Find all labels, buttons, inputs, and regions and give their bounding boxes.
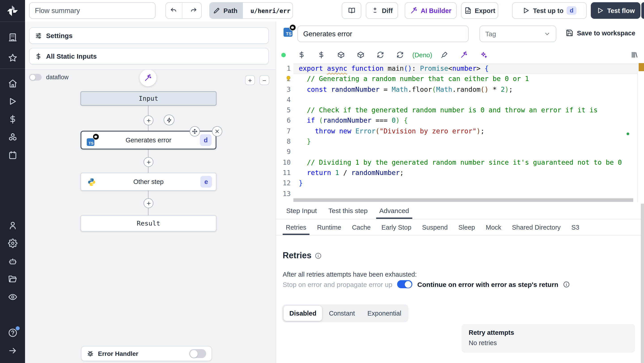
ai-flow-wand-button[interactable] — [140, 69, 156, 86]
info-icon[interactable] — [563, 281, 570, 288]
retry-attempts-card: Retry attempts No retries — [462, 324, 635, 353]
sidebar-item-schedules[interactable] — [0, 146, 25, 164]
sidebar-collapse-button[interactable] — [0, 341, 25, 359]
advanced-subtab[interactable]: Early Stop — [376, 219, 417, 235]
ai-builder-button[interactable]: AI Builder — [405, 2, 456, 19]
windmill-logo-icon[interactable] — [0, 0, 25, 22]
redo-button[interactable] — [185, 3, 201, 18]
vertical-scrollbar[interactable] — [641, 204, 644, 363]
all-static-inputs-button[interactable]: All Static Inputs — [29, 48, 269, 65]
dataflow-label: dataflow — [46, 74, 69, 81]
code-editor[interactable]: 12345678910111213 export async function … — [276, 63, 644, 202]
retry-mode-button[interactable]: Exponential — [362, 306, 407, 321]
path-value: u/henri/err — [246, 7, 293, 14]
save-to-workspace-button[interactable]: Save to workspace — [566, 29, 635, 37]
windmill-flow-editor: Path u/henri/err Diff AI Builder Export … — [0, 0, 644, 363]
step-tab[interactable]: Step Input — [280, 202, 323, 219]
path-button[interactable]: Path u/henri/err — [209, 2, 293, 19]
format-br≈ush-icon[interactable] — [441, 51, 448, 59]
flow-settings-button[interactable]: Settings — [29, 27, 269, 44]
sidebar-item-favorites[interactable] — [0, 49, 25, 67]
sidebar-item-workers[interactable] — [0, 252, 25, 270]
test-flow-button[interactable]: Test flow — [591, 2, 640, 19]
flow-node-input[interactable]: Input — [80, 91, 216, 106]
delete-step-button[interactable] — [212, 126, 222, 137]
advanced-subtab[interactable]: S3 — [566, 219, 585, 235]
package-icon[interactable] — [337, 51, 345, 59]
step-tab[interactable]: Test this step — [323, 202, 374, 219]
ai-wand-icon[interactable] — [460, 51, 468, 59]
next-button-sliver[interactable] — [641, 2, 644, 19]
step-name-input[interactable] — [298, 26, 469, 42]
sidebar-item-runs[interactable] — [0, 92, 25, 110]
zoom-out-button[interactable]: − — [260, 75, 269, 85]
export-button[interactable]: Export — [461, 2, 498, 19]
flow-node-result[interactable]: Result — [80, 215, 216, 231]
diff-button[interactable]: Diff — [366, 2, 398, 19]
move-step-handle[interactable] — [190, 126, 200, 137]
undo-redo-group — [166, 2, 202, 19]
horizontal-scrollbar[interactable] — [294, 198, 633, 202]
sidebar-item-folders[interactable] — [0, 270, 25, 288]
insert-step-button[interactable] — [144, 157, 154, 167]
ai-sparkles-icon[interactable] — [480, 51, 488, 59]
resources-dollar-icon[interactable] — [318, 51, 325, 59]
dataflow-toggle[interactable] — [29, 74, 42, 81]
code-lines[interactable]: export async function main(): Promise<nu… — [294, 64, 638, 199]
error-handler-toggle-card[interactable]: Error Handler — [81, 346, 212, 361]
library-icon[interactable] — [630, 51, 638, 59]
tag-select[interactable]: Tag — [480, 26, 556, 42]
retries-heading-row: Retries — [283, 251, 322, 260]
lightbulb-icon[interactable] — [285, 75, 292, 82]
advanced-subtab[interactable]: Sleep — [453, 219, 480, 235]
flow-node-other-step[interactable]: Other step e — [80, 173, 216, 191]
insert-step-button[interactable] — [144, 116, 154, 125]
advanced-subtab[interactable]: Cache — [346, 219, 376, 235]
deno-icon — [92, 133, 99, 140]
zoom-in-button[interactable]: + — [245, 75, 255, 85]
variables-dollar-icon[interactable] — [298, 51, 306, 59]
path-label: Path — [224, 7, 238, 14]
continue-on-error-option[interactable]: Continue on error with error as step's r… — [417, 280, 558, 288]
info-icon[interactable] — [315, 252, 322, 259]
error-handler-toggle[interactable] — [189, 349, 206, 358]
advanced-subtab[interactable]: Runtime — [312, 219, 346, 235]
sidebar-item-resources[interactable] — [0, 128, 25, 146]
sidebar-item-settings[interactable] — [0, 234, 25, 252]
play-icon — [596, 7, 604, 14]
retry-mode-group: DisabledConstantExponential — [282, 304, 408, 322]
advanced-subtabs: RetriesRuntimeCacheEarly StopSuspendSlee… — [276, 219, 644, 235]
sidebar-item-help[interactable] — [0, 324, 25, 341]
docs-button[interactable] — [342, 2, 361, 19]
stop-on-error-option[interactable]: Stop on error and propagate error up — [283, 280, 392, 288]
advanced-subtab[interactable]: Shared Directory — [507, 219, 566, 235]
advanced-subtab[interactable]: Suspend — [417, 219, 453, 235]
error-behavior-toggle[interactable] — [397, 280, 412, 288]
sidebar — [0, 0, 25, 363]
deno-icon — [289, 24, 296, 31]
package-icon[interactable] — [357, 51, 364, 59]
retry-mode-button[interactable]: Disabled — [284, 306, 322, 321]
trigger-button[interactable] — [164, 115, 174, 125]
insert-step-button[interactable] — [144, 198, 154, 208]
chevron-down-icon — [544, 31, 550, 37]
step-tab[interactable]: Advanced — [374, 202, 415, 219]
sidebar-item-workspace[interactable] — [0, 28, 25, 46]
sidebar-item-audit-logs[interactable] — [0, 288, 25, 306]
sidebar-item-home[interactable] — [0, 74, 25, 92]
sidebar-item-variables[interactable] — [0, 110, 25, 128]
reload-icon[interactable] — [376, 51, 384, 59]
save-to-workspace-label: Save to workspace — [577, 29, 635, 37]
flow-summary-input[interactable] — [29, 2, 156, 19]
advanced-subtab[interactable]: Mock — [480, 219, 506, 235]
magic-wand-icon — [144, 74, 152, 82]
sidebar-item-account[interactable] — [0, 216, 25, 234]
advanced-subtab[interactable]: Retries — [280, 219, 312, 235]
reload-icon[interactable] — [396, 51, 404, 59]
test-up-to-button[interactable]: Test up to d — [512, 2, 587, 19]
undo-button[interactable] — [166, 3, 182, 18]
step-id-badge: e — [200, 176, 212, 188]
bug-icon — [87, 350, 94, 357]
retry-mode-button[interactable]: Constant — [323, 306, 361, 321]
python-icon — [87, 178, 96, 187]
